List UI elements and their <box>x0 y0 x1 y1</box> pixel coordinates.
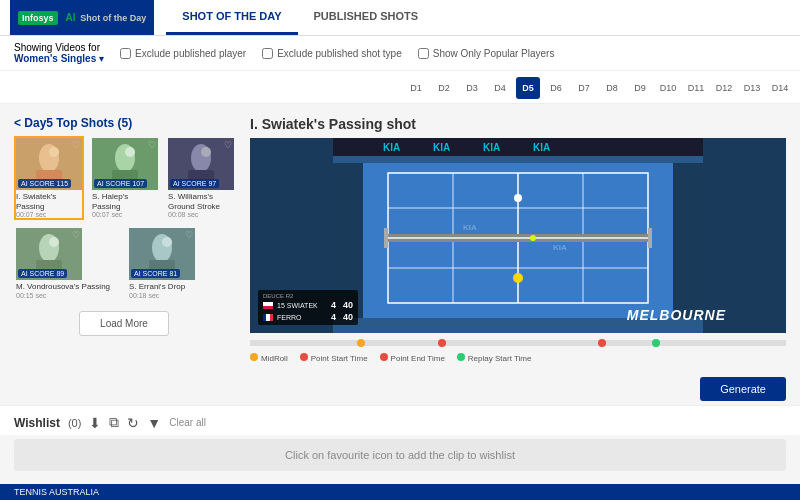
day-btn-d13[interactable]: D13 <box>740 77 764 99</box>
timeline-area: MidRoll Point Start Time Point End Time … <box>250 333 786 371</box>
shot-thumb-1: AI SCORE 107 ♡ <box>92 138 158 190</box>
svg-text:KIA: KIA <box>553 243 567 252</box>
filter-icon[interactable]: ▼ <box>147 415 161 431</box>
svg-point-38 <box>513 273 523 283</box>
ai-score-badge-3: AI SCORE 89 <box>18 269 67 278</box>
shot-label-2: S. Williams's Ground Stroke <box>168 192 234 211</box>
day-btn-d6[interactable]: D6 <box>544 77 568 99</box>
flag-poland <box>263 302 273 309</box>
shot-thumb-2: AI SCORE 97 ♡ <box>168 138 234 190</box>
svg-rect-42 <box>673 163 703 318</box>
filters-row: Showing Videos for Women's Singles ▾ Exc… <box>0 36 800 71</box>
flag-france <box>263 314 273 321</box>
replay-start-dot <box>652 339 660 347</box>
load-more-button[interactable]: Load More <box>79 311 169 336</box>
legend-point-end: Point End Time <box>380 353 445 363</box>
day-btn-d4[interactable]: D4 <box>488 77 512 99</box>
heart-icon-0[interactable]: ♡ <box>72 140 80 150</box>
section-title: < Day5 Top Shots (5) <box>14 116 234 130</box>
day-btn-d2[interactable]: D2 <box>432 77 456 99</box>
day-btn-d14[interactable]: D14 <box>768 77 792 99</box>
svg-point-15 <box>49 237 59 247</box>
download-icon[interactable]: ⬇ <box>89 415 101 431</box>
svg-text:KIA: KIA <box>463 223 477 232</box>
day-btn-d3[interactable]: D3 <box>460 77 484 99</box>
shot-thumb-3: AI SCORE 89 ♡ <box>16 228 82 280</box>
exclude-shot-type-checkbox[interactable] <box>262 48 273 59</box>
shot-card-4[interactable]: AI SCORE 81 ♡ S. Errani's Drop 00:18 sec <box>127 226 234 301</box>
filter-exclude-published-player: Exclude published player <box>120 48 246 59</box>
shot-duration-3: 00:15 sec <box>16 292 119 299</box>
shot-card-2[interactable]: AI SCORE 97 ♡ S. Williams's Ground Strok… <box>166 136 236 220</box>
filter-exclude-published-shot-type: Exclude published shot type <box>262 48 402 59</box>
svg-rect-37 <box>648 228 652 248</box>
video-container[interactable]: KIA KIA KIA KIA <box>250 138 786 333</box>
ai-score-badge-0: AI SCORE 115 <box>18 179 71 188</box>
copy-icon[interactable]: ⧉ <box>109 414 119 431</box>
shot-label-1: S. Halep's Passing <box>92 192 158 211</box>
nav-tabs: SHOT OF THE DAY PUBLISHED SHOTS <box>166 0 434 35</box>
legend-point-start: Point Start Time <box>300 353 368 363</box>
left-panel: < Day5 Top Shots (5) AI SCORE 115 ♡ I. S… <box>14 110 234 401</box>
day-btn-d11[interactable]: D11 <box>684 77 708 99</box>
footer: TENNIS AUSTRALIA <box>0 484 800 500</box>
scoreboard: DEUCE R2 15 SWIATEK 4 40 FERRO 4 40 <box>258 290 358 325</box>
logo-area: Infosys AI Shot of the Day <box>10 0 154 35</box>
day-btn-d12[interactable]: D12 <box>712 77 736 99</box>
shot-label-4: S. Errani's Drop <box>129 282 232 292</box>
svg-text:KIA: KIA <box>433 142 450 153</box>
shot-duration-2: 00:08 sec <box>168 211 234 218</box>
melbourne-logo: MELBOURNE <box>627 307 726 323</box>
svg-text:KIA: KIA <box>483 142 500 153</box>
clear-all-button[interactable]: Clear all <box>169 417 206 428</box>
logo-text: AI Shot of the Day <box>66 12 147 23</box>
heart-icon-4[interactable]: ♡ <box>185 230 193 240</box>
wishlist-title: Wishlist <box>14 416 60 430</box>
heart-icon-3[interactable]: ♡ <box>72 230 80 240</box>
timeline-bar[interactable] <box>250 340 786 346</box>
day-btn-d5[interactable]: D5 <box>516 77 540 99</box>
showing-value-link[interactable]: Women's Singles <box>14 53 96 64</box>
shot-thumb-0: AI SCORE 115 ♡ <box>16 138 82 190</box>
shot-duration-0: 00:07 sec <box>16 211 82 218</box>
svg-text:KIA: KIA <box>533 142 550 153</box>
wishlist-empty-message: Click on favourite icon to add the clip … <box>14 439 786 471</box>
refresh-icon[interactable]: ↻ <box>127 415 139 431</box>
day-btn-d10[interactable]: D10 <box>656 77 680 99</box>
tab-shot-of-day[interactable]: SHOT OF THE DAY <box>166 0 297 35</box>
svg-text:KIA: KIA <box>383 142 400 153</box>
shot-card-0[interactable]: AI SCORE 115 ♡ I. Swiatek's Passing 00:0… <box>14 136 84 220</box>
tab-published-shots[interactable]: PUBLISHED SHOTS <box>298 0 435 35</box>
svg-point-40 <box>530 235 536 241</box>
infosys-logo: Infosys <box>18 11 58 25</box>
right-panel: I. Swiatek's Passing shot KIA KIA KIA KI… <box>250 110 786 401</box>
shot-label-0: I. Swiatek's Passing <box>16 192 82 211</box>
day-btn-d9[interactable]: D9 <box>628 77 652 99</box>
ai-score-badge-1: AI SCORE 107 <box>94 179 147 188</box>
shot-card-3[interactable]: AI SCORE 89 ♡ M. Vondrousova's Passing 0… <box>14 226 121 301</box>
heart-icon-1[interactable]: ♡ <box>148 140 156 150</box>
shot-detail-title: I. Swiatek's Passing shot <box>250 116 786 132</box>
show-popular-checkbox[interactable] <box>418 48 429 59</box>
shot-thumb-4: AI SCORE 81 ♡ <box>129 228 195 280</box>
shot-duration-4: 00:18 sec <box>129 292 232 299</box>
svg-rect-36 <box>384 228 388 248</box>
svg-point-7 <box>125 147 135 157</box>
ai-score-badge-4: AI SCORE 81 <box>131 269 180 278</box>
exclude-player-checkbox[interactable] <box>120 48 131 59</box>
shot-label-3: M. Vondrousova's Passing <box>16 282 119 292</box>
filter-show-popular: Show Only Popular Players <box>418 48 555 59</box>
timeline-legend: MidRoll Point Start Time Point End Time … <box>250 349 786 367</box>
point-start-dot <box>438 339 446 347</box>
day-btn-d7[interactable]: D7 <box>572 77 596 99</box>
main-content: < Day5 Top Shots (5) AI SCORE 115 ♡ I. S… <box>0 110 800 401</box>
svg-point-3 <box>49 147 59 157</box>
shot-duration-1: 00:07 sec <box>92 211 158 218</box>
showing-label: Showing Videos for Women's Singles ▾ <box>14 42 104 64</box>
bottom-shots-row: AI SCORE 89 ♡ M. Vondrousova's Passing 0… <box>14 226 234 301</box>
shot-card-1[interactable]: AI SCORE 107 ♡ S. Halep's Passing 00:07 … <box>90 136 160 220</box>
day-btn-d1[interactable]: D1 <box>404 77 428 99</box>
generate-button[interactable]: Generate <box>700 377 786 401</box>
day-btn-d8[interactable]: D8 <box>600 77 624 99</box>
heart-icon-2[interactable]: ♡ <box>224 140 232 150</box>
